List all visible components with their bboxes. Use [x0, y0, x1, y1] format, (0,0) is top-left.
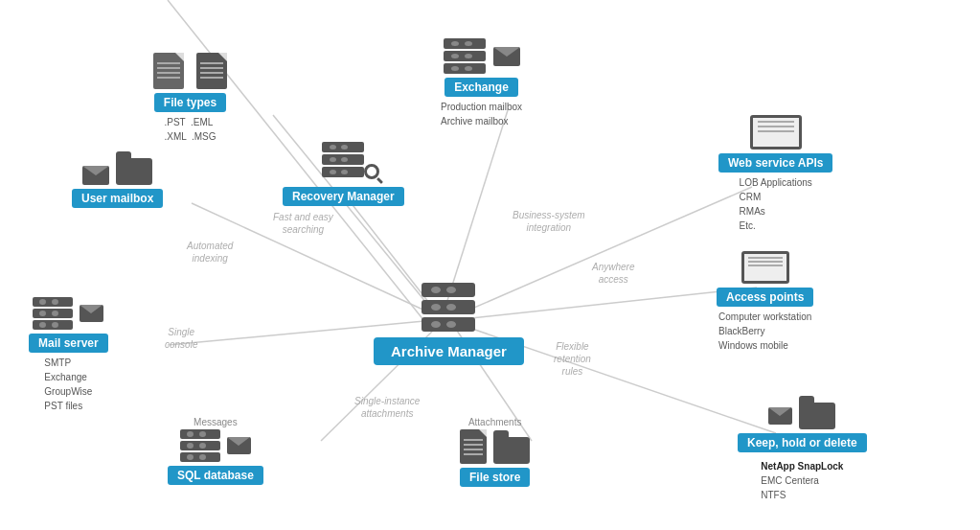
- fast-easy-searching-label: Fast and easysearching: [273, 211, 333, 236]
- file-store-attachments-label: Attachments: [468, 417, 522, 427]
- anywhere-access-label: Anywhereaccess: [592, 261, 634, 286]
- user-mailbox-node: User mailbox: [72, 158, 163, 208]
- exchange-sublabels: Production mailbox Archive mailbox: [441, 100, 522, 128]
- file-store-node: Attachments File store: [460, 417, 530, 487]
- sql-database-node: Messages SQL database: [168, 417, 263, 485]
- keep-hold-delete-node: Keep, hold or delete NetApp SnapLock EMC…: [738, 403, 867, 502]
- access-points-label: Access points: [717, 288, 813, 307]
- archive-manager-label: Archive Manager: [374, 337, 524, 365]
- automated-indexing-label: Automatedindexing: [187, 240, 233, 265]
- access-points-node: Access points Computer workstation Black…: [717, 251, 813, 353]
- user-mailbox-label: User mailbox: [72, 189, 163, 208]
- keep-hold-delete-label: Keep, hold or delete: [738, 433, 867, 452]
- keep-hold-delete-sublabels: NetApp SnapLock EMC Centera NTFS: [761, 455, 843, 502]
- mail-server-node: Mail server SMTP Exchange GroupWise PST …: [29, 297, 108, 413]
- sql-messages-label: Messages: [194, 417, 238, 427]
- exchange-node: Exchange Production mailbox Archive mail…: [441, 38, 522, 128]
- web-service-apis-sublabels: LOB Applications CRM RMAs Etc.: [740, 175, 812, 233]
- single-instance-label: Single-instanceattachments: [354, 395, 420, 420]
- file-types-sublabels: .PST .EML .XML .MSG: [164, 115, 216, 144]
- exchange-label: Exchange: [444, 78, 518, 97]
- sql-database-label: SQL database: [168, 466, 263, 485]
- flexible-retention-label: Flexibleretentionrules: [554, 340, 591, 378]
- single-console-label: Singleconsole: [165, 326, 197, 351]
- web-service-apis-node: Web service APIs LOB Applications CRM RM…: [718, 115, 832, 233]
- web-service-apis-label: Web service APIs: [718, 153, 832, 173]
- archive-manager-center: Archive Manager: [374, 283, 524, 365]
- access-points-sublabels: Computer workstation BlackBerry Windows …: [718, 310, 811, 353]
- file-store-label: File store: [460, 468, 530, 487]
- svg-line-1: [445, 110, 508, 307]
- recovery-manager-label: Recovery Manager: [283, 187, 404, 206]
- file-types-label: File types: [154, 93, 226, 112]
- recovery-manager-node: Recovery Manager: [283, 142, 404, 206]
- file-types-node: File types .PST .EML .XML .MSG: [153, 53, 227, 144]
- mail-server-label: Mail server: [29, 334, 108, 353]
- main-diagram: Archive Manager File types .PST .EML .XM…: [0, 0, 980, 530]
- mail-server-sublabels: SMTP Exchange GroupWise PST files: [44, 356, 92, 413]
- business-system-label: Business-systemintegration: [513, 209, 585, 234]
